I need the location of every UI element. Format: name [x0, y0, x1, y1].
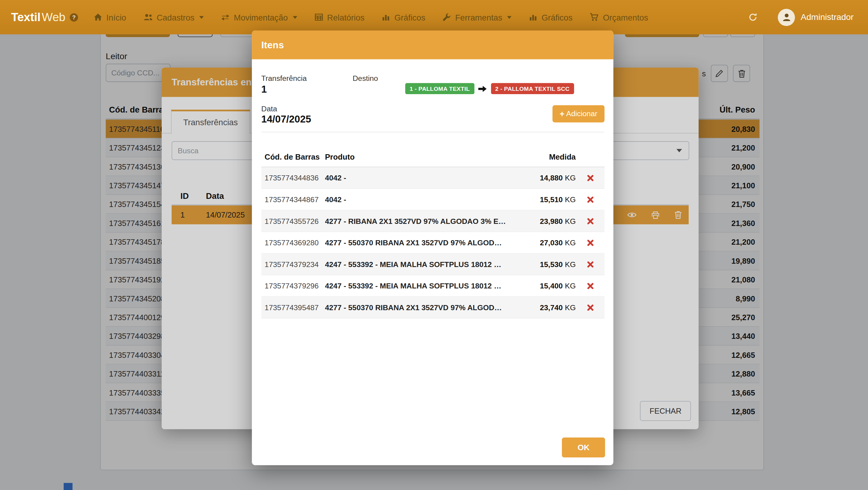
- adicionar-label: Adicionar: [566, 110, 597, 118]
- close-icon: [587, 261, 594, 268]
- report-icon: [314, 13, 323, 22]
- close-icon: [587, 217, 594, 224]
- wrench-icon: [442, 13, 451, 22]
- remove-item-button[interactable]: [576, 282, 604, 289]
- nav-label: Gráficos: [395, 12, 426, 22]
- itens-modal-body: Transferência 1 Destino 1 - PALLOMA TEXT…: [252, 59, 614, 465]
- items-table-header: Cód. de Barras Produto Medida: [261, 147, 604, 167]
- item-product: 4277 - 550370 RIBANA 2X1 3527VD 97% ALGO…: [325, 303, 512, 312]
- item-row: 1735774369280 4277 - 550370 RIBANA 2X1 3…: [261, 232, 604, 254]
- item-barcode: 1735774355726: [261, 217, 325, 225]
- item-product: 4042 -: [325, 174, 512, 182]
- close-icon: [587, 174, 594, 181]
- adicionar-button[interactable]: + Adicionar: [553, 105, 605, 123]
- top-navbar: Textil Web ? Início Cadastros Movimentaç…: [0, 0, 868, 34]
- help-icon[interactable]: ?: [70, 13, 78, 22]
- data-label: Data: [261, 105, 277, 113]
- item-measure: 23,740KG: [512, 303, 576, 312]
- item-measure: 15,400KG: [512, 281, 576, 290]
- brand[interactable]: Textil Web ?: [11, 10, 78, 24]
- nav-cadastros[interactable]: Cadastros: [143, 12, 204, 22]
- nav-menu: Início Cadastros Movimentação Relatórios…: [93, 12, 648, 22]
- divider: [261, 132, 604, 132]
- item-product: 4247 - 553392 - MEIA MALHA SOFTPLUS 1801…: [325, 260, 512, 269]
- caret-down-icon: [293, 16, 298, 19]
- nav-relatorios[interactable]: Relatórios: [314, 12, 364, 22]
- nav-graficos-1[interactable]: Gráficos: [381, 12, 425, 22]
- item-barcode: 1735774369280: [261, 238, 325, 247]
- chart-icon: [381, 13, 390, 22]
- nav-label: Ferramentas: [455, 12, 502, 22]
- remove-item-button[interactable]: [576, 304, 604, 311]
- user-name: Administrador: [801, 12, 854, 22]
- nav-orcamentos[interactable]: Orçamentos: [590, 12, 648, 22]
- item-barcode: 1735774395487: [261, 303, 325, 312]
- item-row: 1735774379234 4247 - 553392 - MEIA MALHA…: [261, 254, 604, 275]
- destination-badge: 2 - PALLOMA TEXTIL SCC: [491, 83, 574, 94]
- item-product: 4277 - 550370 RIBANA 2X1 3527VD 97% ALGO…: [325, 238, 512, 247]
- refresh-button[interactable]: [748, 12, 758, 22]
- remove-item-button[interactable]: [576, 174, 604, 181]
- brand-bold: Textil: [11, 10, 41, 24]
- item-barcode: 1735774379296: [261, 281, 325, 290]
- items-table: Cód. de Barras Produto Medida 1735774344…: [261, 147, 604, 318]
- item-row: 1735774344836 4042 - 14,880KG: [261, 167, 604, 189]
- remove-item-button[interactable]: [576, 196, 604, 203]
- modal-title: Itens: [261, 39, 284, 51]
- brand-light: Web: [42, 10, 65, 24]
- caret-down-icon: [199, 16, 204, 19]
- item-row: 1735774379296 4247 - 553392 - MEIA MALHA…: [261, 275, 604, 297]
- item-product: 4277 - RIBANA 2X1 3527VD 97% ALGODAO 3% …: [325, 217, 512, 225]
- data-value: 14/07/2025: [261, 114, 311, 125]
- itens-modal: Itens Transferência 1 Destino 1 - PALLOM…: [252, 30, 614, 465]
- items-table-body: 1735774344836 4042 - 14,880KG 1735774344…: [261, 167, 604, 318]
- close-icon: [587, 282, 594, 289]
- close-icon: [587, 239, 594, 246]
- item-product: 4247 - 553392 - MEIA MALHA SOFTPLUS 1801…: [325, 281, 512, 290]
- item-row: 1735774355726 4277 - RIBANA 2X1 3527VD 9…: [261, 210, 604, 232]
- column-header-barcode: Cód. de Barras: [261, 152, 325, 161]
- origin-badge: 1 - PALLOMA TEXTIL: [405, 83, 474, 94]
- item-row: 1735774395487 4277 - 550370 RIBANA 2X1 3…: [261, 297, 604, 318]
- ok-button[interactable]: OK: [562, 437, 605, 457]
- item-barcode: 1735774379234: [261, 260, 325, 269]
- remove-item-button[interactable]: [576, 261, 604, 268]
- transferencia-label: Transferência: [261, 74, 307, 83]
- nav-label: Orçamentos: [603, 12, 648, 22]
- remove-item-button[interactable]: [576, 239, 604, 246]
- nav-label: Movimentação: [234, 12, 288, 22]
- app-root: Leitor s Cód. de Barras Últ: [0, 0, 868, 490]
- destino-label: Destino: [352, 74, 378, 83]
- caret-down-icon: [507, 16, 512, 19]
- nav-movimentacao[interactable]: Movimentação: [221, 12, 297, 22]
- nav-label: Início: [106, 12, 126, 22]
- item-measure: 14,880KG: [512, 174, 576, 182]
- column-header-produto: Produto: [325, 152, 512, 161]
- nav-inicio[interactable]: Início: [93, 12, 126, 22]
- item-row: 1735774344867 4042 - 15,510KG: [261, 189, 604, 211]
- exchange-icon: [221, 13, 230, 22]
- nav-label: Cadastros: [157, 12, 194, 22]
- item-measure: 27,030KG: [512, 238, 576, 247]
- nav-right: Administrador: [748, 8, 854, 26]
- cart-icon: [590, 13, 599, 22]
- plus-icon: +: [560, 109, 565, 119]
- destino-badges: 1 - PALLOMA TEXTIL 2 - PALLOMA TEXTIL SC…: [405, 83, 574, 94]
- item-measure: 15,530KG: [512, 260, 576, 269]
- user-menu[interactable]: Administrador: [778, 8, 854, 26]
- close-icon: [587, 304, 594, 311]
- item-barcode: 1735774344836: [261, 174, 325, 182]
- nav-graficos-2[interactable]: Gráficos: [529, 12, 572, 22]
- nav-label: Gráficos: [542, 12, 573, 22]
- item-measure: 15,510KG: [512, 195, 576, 204]
- close-icon: [587, 196, 594, 203]
- item-measure: 23,980KG: [512, 217, 576, 225]
- arrow-right-icon: [478, 85, 487, 92]
- home-icon: [93, 13, 102, 22]
- itens-modal-header: Itens: [252, 30, 614, 59]
- item-product: 4042 -: [325, 195, 512, 204]
- nav-label: Relatórios: [327, 12, 365, 22]
- nav-ferramentas[interactable]: Ferramentas: [442, 12, 512, 22]
- remove-item-button[interactable]: [576, 217, 604, 224]
- transferencia-value: 1: [261, 84, 267, 95]
